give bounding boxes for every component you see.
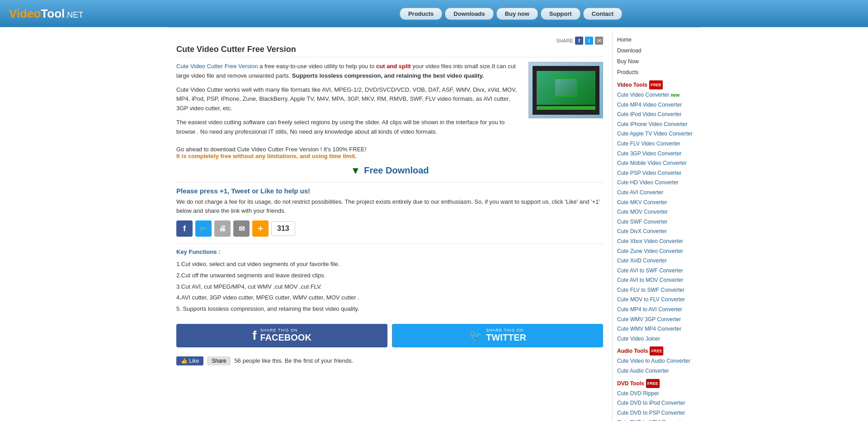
free-text: It is completely free without any limita… (176, 153, 357, 159)
social-desc: We do not charge a fee for its usage, do… (176, 197, 603, 216)
logo: VideoTool.NET (9, 7, 99, 21)
sidebar-video-joiner[interactable]: Cute Video Joiner (617, 334, 696, 344)
sidebar: Home Download Buy Now Products Video Too… (613, 32, 701, 421)
sidebar-wmv-mp4-converter[interactable]: Cute WMV MP4 Converter (617, 324, 696, 334)
like-count: 56 people like this. Be the first of you… (234, 357, 353, 364)
share-email-icon[interactable]: ✉ (595, 37, 603, 45)
share-fb-label: SHARE THIS ON (260, 328, 311, 332)
sidebar-xvid-converter[interactable]: Cute XviD Converter (617, 256, 696, 266)
email-button[interactable]: ✉ (233, 220, 250, 237)
download-area: ▼ Free Download (176, 165, 603, 177)
sidebar-swf-converter[interactable]: Cute SWF Converter (617, 217, 696, 227)
share-tw-name: TWITTER (486, 332, 526, 343)
nav-products[interactable]: Products (400, 8, 442, 20)
share-twitter-button[interactable]: 🐦 SHARE THIS ON TWITTER (392, 324, 603, 347)
para-easiest: The easiest video cutting software can f… (176, 118, 603, 137)
screenshot (528, 62, 603, 118)
free-download-link[interactable]: Free Download (364, 165, 429, 176)
like-bar: 👍 Like Share 56 people like this. Be the… (176, 356, 603, 365)
nav-contact[interactable]: Contact (583, 8, 622, 20)
function-2: 2.Cut off the unwanted segments and leav… (176, 270, 603, 281)
like-button[interactable]: 👍 Like (176, 356, 203, 365)
sidebar-hd-converter[interactable]: Cute HD Video Converter (617, 178, 696, 188)
plus-button[interactable]: + (252, 220, 269, 237)
sidebar-dvd-psp[interactable]: Cute DVD to PSP Converter (617, 408, 696, 418)
content-area: SHARE f t ✉ Cute Video Cutter Free Versi… (167, 32, 613, 421)
function-3: 3.Cut AVI, cut MPEG/MP4, cut WMV ,cut MO… (176, 281, 603, 293)
dvd-tools-free-badge: FREE (646, 379, 660, 388)
video-tools-section: Video Tools FREE Cute Video Converter ne… (617, 80, 696, 344)
audio-tools-header: Audio Tools FREE (617, 346, 696, 356)
social-buttons-row: f 🐦 🖨 ✉ + 313 (176, 220, 603, 237)
share-facebook-button[interactable]: f SHARE THIS ON FACEBOOK (176, 324, 387, 347)
sidebar-mov-converter[interactable]: Cute MOV Converter (617, 207, 696, 217)
sidebar-divx-converter[interactable]: Cute DivX Converter (617, 227, 696, 237)
sidebar-cute-video-converter[interactable]: Cute Video Converter new (617, 90, 696, 100)
audio-tools-free-badge: FREE (650, 346, 663, 356)
logo-tool: Tool (41, 7, 65, 20)
function-4: 4.AVI cutter, 3GP video cutter, MPEG cut… (176, 292, 603, 304)
sidebar-ipod-converter[interactable]: Cute iPod Video Converter (617, 110, 696, 120)
dvd-tools-header: DVD Tools FREE (617, 378, 696, 389)
sidebar-home[interactable]: Home (617, 34, 696, 45)
video-tools-header: Video Tools FREE (617, 80, 696, 90)
sidebar-xbox-converter[interactable]: Cute Xbox Video Converter (617, 237, 696, 247)
intro-link[interactable]: Cute Video Cutter Free Version (176, 63, 258, 70)
key-functions-title: Key Functions : (176, 248, 603, 255)
twitter-button[interactable]: 🐦 (195, 220, 212, 237)
sidebar-download[interactable]: Download (617, 45, 696, 56)
key-functions: Key Functions : 1.Cut video, select and … (176, 248, 603, 314)
sidebar-mkv-converter[interactable]: Cute MKV Converter (617, 198, 696, 208)
share-fb-name: FACEBOOK (260, 332, 311, 343)
main-nav: Products Downloads Buy now Support Conta… (108, 8, 868, 20)
sidebar-avi-swf-converter[interactable]: Cute AVI to SWF Converter (617, 266, 696, 276)
sidebar-psp-converter[interactable]: Cute PSP Video Converter (617, 168, 696, 178)
sidebar-appletv-converter[interactable]: Cute Apple TV Video Converter (617, 129, 696, 139)
share-small-button[interactable]: Share (207, 356, 231, 365)
sidebar-avi-converter[interactable]: Cute AVI Converter (617, 188, 696, 198)
share-tw-icon[interactable]: t (585, 37, 593, 45)
sidebar-dvd-ripper[interactable]: Cute DVD Ripper (617, 389, 696, 399)
sidebar-3gp-converter[interactable]: Cute 3GP Video Converter (617, 149, 696, 159)
sidebar-dvd-mp4[interactable]: Cute DVD to MP4 Converter (617, 418, 696, 421)
share-label: SHARE (556, 38, 573, 43)
logo-net: .NET (65, 10, 83, 19)
sidebar-dvd-ipod[interactable]: Cute DVD to iPod Converter (617, 398, 696, 408)
print-button[interactable]: 🖨 (214, 220, 231, 237)
nav-buy-now[interactable]: Buy now (496, 8, 538, 20)
sidebar-buy-now[interactable]: Buy Now (617, 56, 696, 67)
sidebar-flv-swf-converter[interactable]: Cute FLV to SWF Converter (617, 285, 696, 295)
sidebar-audio-converter[interactable]: Cute Audio Converter (617, 366, 696, 376)
sidebar-iphone-converter[interactable]: Cute iPhone Video Converter (617, 120, 696, 130)
sidebar-mp4-avi-converter[interactable]: Cute MP4 to AVI Converter (617, 305, 696, 315)
dvd-tools-section: DVD Tools FREE Cute DVD Ripper Cute DVD … (617, 378, 696, 421)
sidebar-avi-mov-converter[interactable]: Cute AVI to MOV Converter (617, 276, 696, 285)
share-buttons: f SHARE THIS ON FACEBOOK 🐦 SHARE THIS ON… (176, 324, 603, 347)
sidebar-wmv-3gp-converter[interactable]: Cute WMV 3GP Converter (617, 315, 696, 325)
sidebar-zune-converter[interactable]: Cute Zune Video Converter (617, 247, 696, 257)
para-free: Go ahead to download Cute Video Cutter F… (176, 146, 603, 159)
facebook-button[interactable]: f (176, 220, 193, 237)
nav-support[interactable]: Support (541, 8, 580, 20)
function-5: 5. Supports lossless compression, and re… (176, 304, 603, 315)
fb-icon-large: f (252, 328, 256, 343)
count-badge: 313 (271, 221, 295, 236)
sidebar-flv-converter[interactable]: Cute FLV Video Converter (617, 139, 696, 149)
video-tools-free-badge: FREE (649, 80, 663, 89)
share-fb-icon[interactable]: f (575, 37, 583, 45)
function-1: 1.Cut video, select and cut video segmen… (176, 259, 603, 270)
page-title: Cute Video Cutter Free Version (176, 45, 603, 57)
sidebar-mp4-converter[interactable]: Cute MP4 Video Converter (617, 100, 696, 110)
social-prompt: Please press +1, Tweet or Like to help u… (176, 187, 603, 195)
share-tw-label: SHARE THIS ON (486, 328, 526, 332)
audio-tools-section: Audio Tools FREE Cute Video to Audio Con… (617, 346, 696, 376)
sidebar-video-audio-converter[interactable]: Cute Video to Audio Converter (617, 356, 696, 366)
download-icon: ▼ (350, 165, 360, 177)
sidebar-mov-flv-converter[interactable]: Cute MOV to FLV Converter (617, 295, 696, 305)
sidebar-home-links: Home Download Buy Now Products (617, 34, 696, 78)
sidebar-products[interactable]: Products (617, 67, 696, 78)
nav-downloads[interactable]: Downloads (445, 8, 493, 20)
cut-split-link[interactable]: cut and split (376, 63, 411, 70)
logo-video: Video (9, 7, 41, 20)
sidebar-mobile-converter[interactable]: Cute Mobile Video Converter (617, 159, 696, 168)
